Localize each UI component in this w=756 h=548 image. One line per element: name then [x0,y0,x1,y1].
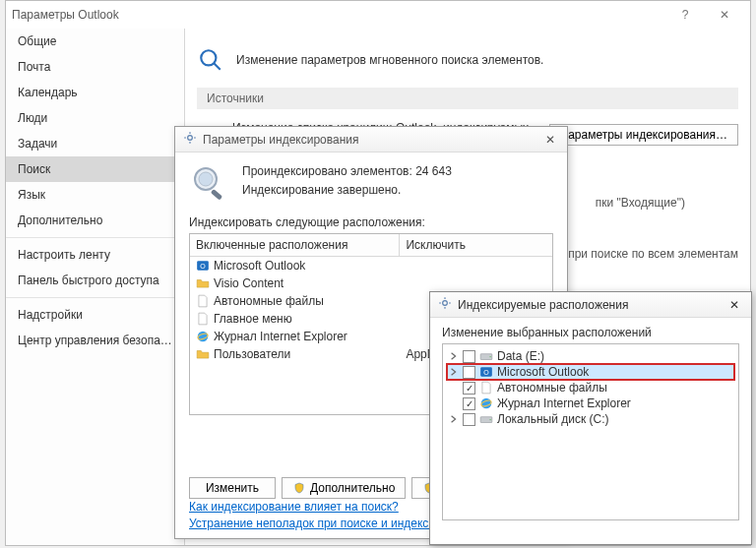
svg-point-24 [481,398,492,409]
search-icon [197,46,224,74]
svg-point-3 [188,136,193,141]
svg-rect-10 [211,189,222,201]
advanced-button[interactable]: Дополнительно [282,477,406,499]
svg-text:O: O [483,369,489,376]
locations-title: Индексируемые расположения [458,298,725,312]
table-row[interactable]: OMicrosoft Outlook [190,257,552,274]
row-exclude [400,257,552,274]
row-name: Microsoft Outlook [214,259,305,273]
gear-icon [183,131,197,148]
svg-text:O: O [200,263,206,270]
col-excluded[interactable]: Исключить [400,234,552,256]
expand-icon[interactable] [449,414,459,424]
help-button[interactable]: ? [665,1,705,29]
link-how-indexing[interactable]: Как индексирование влияет на поиск? [189,500,399,514]
node-label: Журнал Internet Explorer [497,396,631,410]
sidebar-item[interactable]: Люди [6,105,184,131]
window-title: Параметры Outlook [12,8,665,22]
tree-node[interactable]: Локальный диск (С:) [447,411,734,427]
sidebar: ОбщиеПочтаКалендарьЛюдиЗадачиПоискЯзыкДо… [6,29,185,545]
file-icon [196,312,210,326]
close-icon[interactable]: ✕ [725,298,743,312]
sidebar-item[interactable]: Календарь [6,80,184,105]
sidebar-item[interactable]: Центр управления безопаснос [6,328,184,353]
checkbox[interactable]: ✓ [463,397,475,410]
sidebar-item[interactable]: Язык [6,182,184,208]
row-name: Visio Content [214,276,284,290]
outlook-icon: O [196,259,210,273]
svg-line-1 [214,63,220,70]
row-name: Главное меню [214,312,292,326]
node-label: Локальный диск (С:) [497,412,609,426]
ie-icon [196,330,210,343]
locations-tree: Data (E:)OMicrosoft Outlook✓Автономные ф… [442,343,739,520]
table-row[interactable]: Visio Content [190,274,552,292]
indexed-locations-window: Индексируемые расположения ✕ Изменение в… [429,291,752,545]
folder-icon [196,276,210,290]
node-label: Microsoft Outlook [497,365,589,379]
close-icon[interactable]: ✕ [541,133,559,147]
outlook-icon: O [479,365,493,379]
sidebar-item[interactable]: Почта [6,54,184,80]
locations-label: Индексировать следующие расположения: [175,210,567,233]
magnifier-icon [189,162,230,204]
ie-icon [479,396,493,410]
tree-node[interactable]: Data (E:) [447,348,734,364]
titlebar-locations: Индексируемые расположения ✕ [430,292,751,318]
checkbox[interactable]: ✓ [463,382,475,395]
section-title: Источники [197,88,738,109]
checkbox[interactable] [463,413,475,426]
titlebar-main: Параметры Outlook ? ✕ [6,1,750,29]
sidebar-item[interactable]: Дополнительно [6,208,184,233]
sidebar-item[interactable]: Настроить ленту [6,242,184,268]
locations-subtitle: Изменение выбранных расположений [430,318,751,343]
svg-point-15 [443,301,448,306]
header-text: Изменение параметров мгновенного поиска … [236,53,543,67]
drive-icon [479,349,493,363]
row-exclude [400,274,552,292]
tree-node[interactable]: ✓Автономные файлы [447,380,734,396]
indexing-options-button[interactable]: Параметры индексирования… [549,124,738,146]
checkbox[interactable] [463,350,475,363]
indexing-title: Параметры индексирования [203,133,541,147]
sidebar-item[interactable]: Общие [6,29,184,54]
shield-icon [292,481,306,495]
row-name: Журнал Internet Explorer [214,330,347,343]
tree-node[interactable]: ✓Журнал Internet Explorer [447,396,734,411]
row-name: Пользователи [214,347,290,361]
sidebar-item[interactable]: Задачи [6,131,184,156]
node-label: Data (E:) [497,349,544,363]
sidebar-item[interactable]: Поиск [6,156,184,182]
row-name: Автономные файлы [214,294,324,308]
sidebar-item[interactable]: Надстройки [6,302,184,328]
checkbox[interactable] [463,366,475,379]
tree-node[interactable]: OMicrosoft Outlook [447,364,734,380]
file-icon [196,294,210,308]
expand-icon[interactable] [449,367,459,377]
file-icon [479,381,493,395]
svg-point-9 [199,172,213,186]
node-label: Автономные файлы [497,381,607,395]
content-header: Изменение параметров мгновенного поиска … [197,40,738,88]
svg-point-27 [489,419,490,420]
svg-point-21 [489,356,490,357]
index-done: Индексирование завершено. [242,181,553,200]
gear-icon [438,296,452,313]
change-button[interactable]: Изменить [189,477,276,499]
folder-icon [196,347,210,361]
svg-point-13 [198,332,209,342]
index-count: Проиндексировано элементов: 24 643 [242,162,553,181]
close-button[interactable]: ✕ [705,1,744,29]
expand-icon[interactable] [449,351,459,361]
sidebar-item[interactable]: Панель быстрого доступа [6,268,184,293]
drive-icon [479,412,493,426]
titlebar-indexing: Параметры индексирования ✕ [175,127,567,152]
advanced-label: Дополнительно [310,481,395,495]
col-included[interactable]: Включенные расположения [190,234,400,256]
svg-point-0 [201,50,216,65]
